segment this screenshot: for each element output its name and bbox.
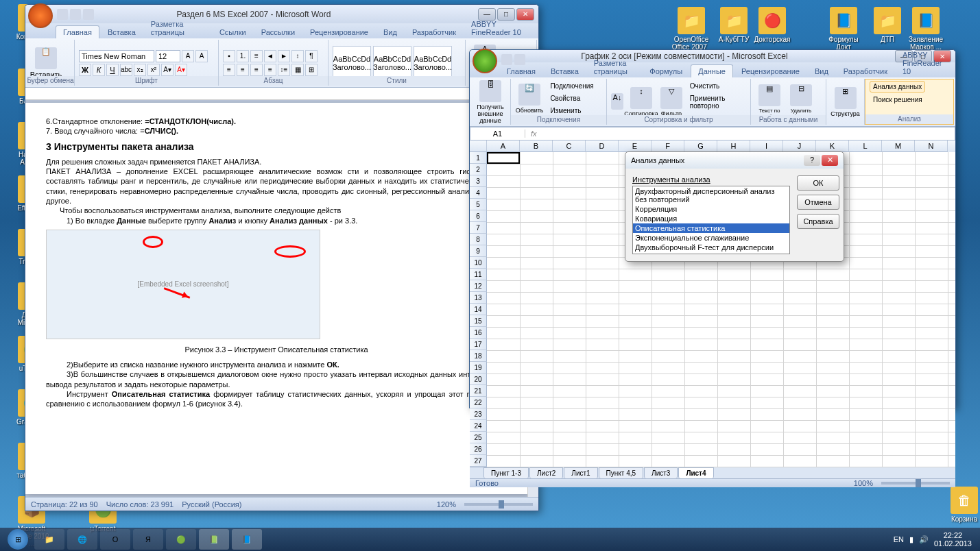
column-header[interactable]: D bbox=[586, 140, 619, 152]
row-header[interactable]: 21 bbox=[470, 385, 487, 397]
sheet-tab[interactable]: Пункт 4,5 bbox=[599, 467, 643, 478]
desktop-icon[interactable]: 📘Заявление Марков ... bbox=[905, 7, 946, 51]
row-header[interactable]: 22 bbox=[470, 397, 487, 408]
ribbon-tab[interactable]: Разработчик bbox=[405, 26, 463, 38]
ribbon-tab[interactable]: Главная bbox=[500, 65, 542, 77]
row-header[interactable]: 26 bbox=[470, 443, 487, 455]
row-header[interactable]: 27 bbox=[470, 455, 487, 467]
list-item[interactable]: Ковариация bbox=[633, 214, 789, 223]
sheet-tab[interactable]: Лист3 bbox=[644, 467, 678, 478]
connections-button[interactable]: Подключения bbox=[547, 80, 602, 92]
dialog-cancel-button[interactable]: Отмена bbox=[797, 195, 839, 210]
selected-cell[interactable] bbox=[487, 152, 520, 164]
row-header[interactable]: 20 bbox=[470, 374, 487, 385]
column-header[interactable]: G bbox=[684, 140, 717, 152]
column-header[interactable]: B bbox=[520, 140, 553, 152]
ribbon-tab[interactable]: Вид bbox=[377, 26, 404, 38]
desktop-icon[interactable]: 🔴Докторская bbox=[752, 7, 793, 43]
column-headers[interactable]: ABCDEFGHIJKLMN bbox=[470, 140, 955, 152]
align-right-button[interactable]: ≡ bbox=[250, 64, 263, 76]
reapply-filter-button[interactable]: Применить повторно bbox=[686, 93, 746, 112]
excel-office-button[interactable] bbox=[473, 49, 497, 73]
sheet-tab[interactable]: Пункт 1-3 bbox=[483, 467, 529, 478]
word-document-area[interactable]: 6.Стандартное отклонение: =СТАНДОТКЛОН(ч… bbox=[25, 100, 538, 497]
taskbar-item[interactable]: 📘 bbox=[232, 529, 262, 550]
text-to-columns-button[interactable]: ▤Текст по столбцам bbox=[755, 84, 784, 120]
filter-button[interactable]: ▽Фильтр bbox=[659, 87, 684, 117]
paste-button[interactable]: 📋Вставить bbox=[31, 47, 61, 79]
taskbar-item[interactable]: O bbox=[100, 529, 130, 550]
office-button[interactable] bbox=[28, 3, 53, 28]
row-header[interactable]: 7 bbox=[470, 222, 487, 234]
row-header[interactable]: 8 bbox=[470, 234, 487, 245]
dialog-help-link[interactable]: Справка bbox=[797, 214, 839, 229]
start-button[interactable]: ⊞ bbox=[3, 528, 33, 551]
taskbar-item[interactable]: 📗 bbox=[199, 529, 229, 550]
column-header[interactable]: F bbox=[652, 140, 684, 152]
ribbon-tab[interactable]: Рассылки bbox=[254, 26, 302, 38]
show-marks-button[interactable]: ¶ bbox=[305, 50, 318, 62]
analysis-tools-list[interactable]: Двухфакторный дисперсионный анализ без п… bbox=[632, 186, 790, 254]
column-header[interactable]: E bbox=[619, 140, 652, 152]
row-header[interactable]: 3 bbox=[470, 175, 487, 187]
row-header[interactable]: 25 bbox=[470, 432, 487, 443]
ribbon-tab[interactable]: Главная bbox=[56, 25, 99, 38]
column-header[interactable]: J bbox=[783, 140, 816, 152]
desktop-icon[interactable]: 📘Формулы Докт bbox=[823, 7, 864, 51]
list-item[interactable]: Двухфакторный дисперсионный анализ без п… bbox=[633, 186, 789, 204]
align-center-button[interactable]: ≡ bbox=[237, 64, 249, 76]
desktop-icon[interactable]: 📁ДТП bbox=[867, 7, 908, 43]
sheet-tab[interactable]: Лист2 bbox=[529, 467, 563, 478]
row-header[interactable]: 24 bbox=[470, 420, 487, 432]
multilevel-list-button[interactable]: ≡ bbox=[250, 50, 263, 62]
formula-input[interactable] bbox=[542, 127, 955, 140]
qat-redo-icon[interactable] bbox=[83, 9, 94, 20]
font-size-input[interactable] bbox=[156, 50, 180, 62]
row-header[interactable]: 4 bbox=[470, 187, 487, 199]
row-header[interactable]: 12 bbox=[470, 280, 487, 292]
bold-button[interactable]: Ж bbox=[79, 64, 91, 76]
row-header[interactable]: 11 bbox=[470, 269, 487, 280]
column-header[interactable]: K bbox=[816, 140, 849, 152]
word-zoom-label[interactable]: 120% bbox=[437, 500, 456, 509]
row-header[interactable]: 10 bbox=[470, 257, 487, 269]
row-header[interactable]: 15 bbox=[470, 315, 487, 327]
list-item[interactable]: Экспоненциальное сглаживание bbox=[633, 233, 789, 243]
ribbon-tab[interactable]: ABBYY FineReader 10 bbox=[464, 18, 538, 38]
row-header[interactable]: 1 bbox=[470, 152, 487, 164]
excel-zoom-label[interactable]: 100% bbox=[854, 479, 873, 487]
column-header[interactable]: I bbox=[750, 140, 783, 152]
shading-button[interactable]: ▦ bbox=[291, 64, 304, 76]
font-name-input[interactable] bbox=[79, 50, 154, 62]
sort-az-button[interactable]: A↓ bbox=[611, 93, 623, 111]
ribbon-tab[interactable]: Данные bbox=[691, 64, 733, 77]
tray-network-icon[interactable]: ▮ bbox=[909, 535, 913, 544]
shrink-font-button[interactable]: A bbox=[195, 50, 208, 62]
solver-button[interactable]: Поиск решения bbox=[870, 94, 926, 106]
tray-volume-icon[interactable]: 🔊 bbox=[919, 535, 929, 544]
style-item[interactable]: AaBbCcDdЗаголово... bbox=[373, 46, 411, 80]
grow-font-button[interactable]: A bbox=[182, 50, 194, 62]
ribbon-tab[interactable]: Разметка страницы bbox=[587, 57, 642, 77]
borders-button[interactable]: ⊞ bbox=[305, 64, 318, 76]
row-header[interactable]: 2 bbox=[470, 164, 487, 175]
dialog-close-button[interactable]: ✕ bbox=[822, 155, 838, 166]
dialog-ok-button[interactable]: ОК bbox=[797, 175, 839, 191]
ribbon-tab[interactable]: Разметка страницы bbox=[144, 18, 211, 38]
row-headers[interactable]: 1234567891011121314151617181920212223242… bbox=[470, 152, 487, 467]
excel-qat-save-icon[interactable] bbox=[501, 54, 512, 65]
subscript-button[interactable]: x₂ bbox=[134, 64, 146, 76]
superscript-button[interactable]: x² bbox=[147, 64, 160, 76]
remove-duplicates-button[interactable]: ⊟Удалить дубликаты bbox=[787, 84, 815, 120]
ribbon-tab[interactable]: Ссылки bbox=[213, 26, 253, 38]
styles-gallery[interactable]: AaBbCcDdЗаголово...AaBbCcDdЗаголово...Aa… bbox=[333, 46, 452, 80]
taskbar-item[interactable]: Я bbox=[133, 529, 163, 550]
excel-qat-undo-icon[interactable] bbox=[514, 54, 525, 65]
list-item[interactable]: Анализ Фурье bbox=[633, 252, 789, 254]
qat-undo-icon[interactable] bbox=[70, 9, 81, 20]
fx-icon[interactable]: fx bbox=[525, 130, 542, 138]
get-external-data-button[interactable]: 🗄Получить внешние данные bbox=[475, 80, 505, 124]
decrease-indent-button[interactable]: ◄ bbox=[264, 50, 276, 62]
row-header[interactable]: 17 bbox=[470, 339, 487, 350]
list-item[interactable]: Корреляция bbox=[633, 204, 789, 214]
